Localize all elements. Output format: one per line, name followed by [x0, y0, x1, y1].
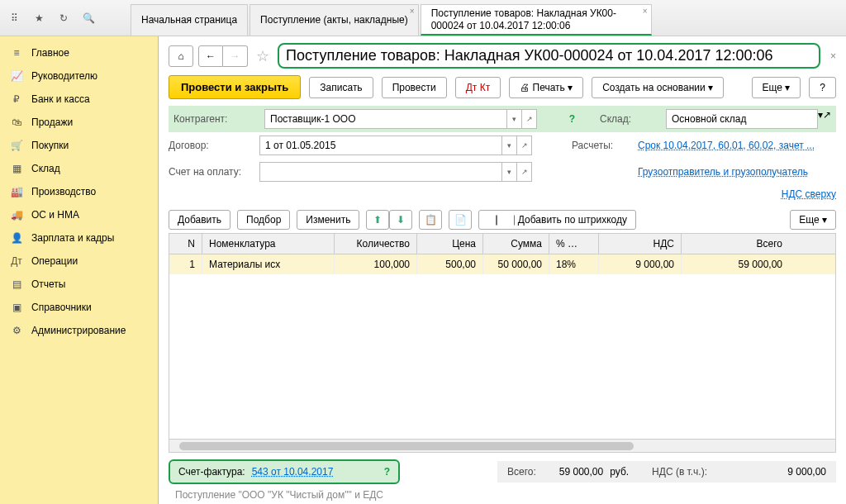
- dropdown-icon[interactable]: ▾: [507, 109, 522, 129]
- sidebar-item-assets[interactable]: 🚚ОС и НМА: [0, 203, 158, 226]
- sidebar-item-label: Склад: [31, 163, 60, 174]
- favorite-icon[interactable]: ☆: [256, 47, 269, 65]
- cell-pct: 18%: [549, 254, 599, 274]
- post-button[interactable]: Провести: [382, 77, 447, 98]
- contractor-field[interactable]: [264, 109, 507, 129]
- calc-link[interactable]: Срок 10.04.2017, 60.01, 60.02, зачет ...: [638, 140, 815, 151]
- sidebar-item-label: Операции: [31, 255, 78, 267]
- print-button[interactable]: 🖨 Печать ▾: [509, 77, 583, 98]
- cell-sum: 50 000,00: [483, 254, 549, 274]
- sidebar-item-label: Отчеты: [31, 278, 65, 290]
- save-button[interactable]: Записать: [309, 77, 373, 98]
- col-pct[interactable]: % …: [549, 234, 599, 254]
- titlebar: ⠿ ★ ↻ 🔍 Начальная страница Поступление (…: [0, 0, 846, 36]
- open-icon[interactable]: ↗: [517, 162, 532, 182]
- sidebar-item-admin[interactable]: ⚙Администрирование: [0, 319, 158, 342]
- col-n[interactable]: N: [169, 234, 202, 254]
- bag-icon: 🛍: [10, 116, 23, 129]
- star-icon[interactable]: ★: [31, 11, 46, 26]
- col-nds[interactable]: НДС: [599, 234, 682, 254]
- sidebar-item-label: Справочники: [31, 302, 92, 313]
- chart-icon: 📈: [10, 69, 23, 83]
- tab-start[interactable]: Начальная страница: [131, 4, 248, 36]
- tabs: Начальная страница Поступление (акты, на…: [131, 0, 846, 36]
- create-on-basis-button[interactable]: Создать на основании ▾: [592, 77, 724, 98]
- warehouse-field[interactable]: [666, 109, 818, 129]
- grid-icon: ▦: [10, 162, 23, 175]
- tab-receipts[interactable]: Поступление (акты, накладные)×: [250, 4, 419, 36]
- move-up-button[interactable]: ⬆: [366, 210, 389, 230]
- close-icon[interactable]: ×: [643, 7, 648, 16]
- content: ⌂ ← → ☆ Поступление товаров: Накладная У…: [159, 36, 846, 504]
- dropdown-icon[interactable]: ▾: [502, 136, 517, 155]
- post-and-close-button[interactable]: Провести и закрыть: [169, 75, 301, 99]
- barcode-button[interactable]: ⎹⎸⎹ Добавить по штрихкоду: [478, 210, 636, 230]
- table-more-button[interactable]: Еще ▾: [790, 210, 836, 230]
- sidebar-item-production[interactable]: 🏭Производство: [0, 180, 158, 203]
- close-icon[interactable]: ×: [410, 7, 415, 16]
- sidebar-item-label: Главное: [31, 47, 69, 59]
- history-icon[interactable]: ↻: [56, 11, 71, 26]
- sidebar-item-operations[interactable]: ДтОперации: [0, 250, 158, 273]
- col-total[interactable]: Всего: [682, 234, 789, 254]
- add-button[interactable]: Добавить: [169, 210, 231, 230]
- home-button[interactable]: ⌂: [169, 45, 193, 67]
- sidebar-item-reference[interactable]: ▣Справочники: [0, 296, 158, 319]
- apps-icon[interactable]: ⠿: [7, 11, 21, 26]
- sidebar-item-main[interactable]: ≡Главное: [0, 41, 158, 64]
- nds-link[interactable]: НДС сверху: [782, 188, 836, 200]
- contract-field[interactable]: [259, 136, 502, 155]
- col-nomenclature[interactable]: Номенклатура: [202, 234, 335, 254]
- cell-price: 500,00: [417, 254, 483, 274]
- cell-n: 1: [169, 254, 202, 274]
- search-icon[interactable]: 🔍: [81, 11, 96, 26]
- sidebar-item-reports[interactable]: ▤Отчеты: [0, 273, 158, 296]
- invoice-label: Счет на оплату:: [169, 166, 259, 178]
- col-sum[interactable]: Сумма: [483, 234, 549, 254]
- col-qty[interactable]: Количество: [335, 234, 417, 254]
- table-row[interactable]: 1 Материалы исх 100,000 500,00 50 000,00…: [169, 254, 835, 274]
- transactions-button[interactable]: Дт Кт: [455, 77, 501, 98]
- page-title: Поступление товаров: Накладная УК00-0000…: [278, 43, 820, 69]
- tab-current[interactable]: Поступление товаров: Накладная УК00-0000…: [421, 4, 652, 36]
- col-price[interactable]: Цена: [417, 234, 483, 254]
- sidebar-item-salary[interactable]: 👤Зарплата и кадры: [0, 226, 158, 250]
- hint-icon[interactable]: ?: [384, 466, 390, 478]
- move-down-button[interactable]: ⬇: [389, 210, 412, 230]
- sidebar-item-bank[interactable]: ₽Банк и касса: [0, 88, 158, 111]
- copy-button[interactable]: 📋: [419, 210, 442, 230]
- open-icon[interactable]: ↗: [517, 136, 532, 155]
- totals-bar: Всего: 59 000,00 руб. НДС (в т.ч.): 9 00…: [497, 461, 836, 483]
- sidebar-item-purchases[interactable]: 🛒Покупки: [0, 134, 158, 157]
- titlebar-icons: ⠿ ★ ↻ 🔍: [0, 0, 131, 36]
- pick-button[interactable]: Подбор: [237, 210, 290, 230]
- cell-nds: 9 000,00: [599, 254, 682, 274]
- grid-header: N Номенклатура Количество Цена Сумма % ……: [169, 234, 835, 254]
- consignor-link[interactable]: Грузоотправитель и грузополучатель: [638, 166, 808, 178]
- sidebar-item-label: Зарплата и кадры: [31, 232, 114, 244]
- open-icon[interactable]: ↗: [823, 109, 831, 129]
- sidebar-item-warehouse[interactable]: ▦Склад: [0, 157, 158, 180]
- cart-icon: 🛒: [10, 139, 23, 152]
- horizontal-scrollbar[interactable]: [169, 439, 835, 452]
- calc-label: Расчеты:: [572, 140, 638, 151]
- total-label: Всего:: [507, 466, 536, 478]
- hint-icon[interactable]: ?: [569, 113, 575, 125]
- paste-button[interactable]: 📄: [449, 210, 472, 230]
- help-button[interactable]: ?: [809, 77, 836, 98]
- more-button[interactable]: Еще ▾: [752, 77, 801, 98]
- open-icon[interactable]: ↗: [522, 109, 537, 129]
- gear-icon: ⚙: [10, 324, 23, 337]
- dropdown-icon[interactable]: ▾: [502, 162, 517, 182]
- sidebar-item-manager[interactable]: 📈Руководителю: [0, 64, 158, 88]
- sf-link[interactable]: 543 от 10.04.2017: [252, 466, 334, 478]
- person-icon: 👤: [10, 231, 23, 245]
- edit-button[interactable]: Изменить: [297, 210, 359, 230]
- cell-qty: 100,000: [335, 254, 417, 274]
- close-icon[interactable]: ×: [830, 50, 836, 62]
- invoice-field[interactable]: [259, 162, 502, 182]
- back-button[interactable]: ←: [198, 45, 223, 67]
- forward-button[interactable]: →: [223, 45, 248, 67]
- cell-total: 59 000,00: [682, 254, 789, 274]
- sidebar-item-sales[interactable]: 🛍Продажи: [0, 111, 158, 134]
